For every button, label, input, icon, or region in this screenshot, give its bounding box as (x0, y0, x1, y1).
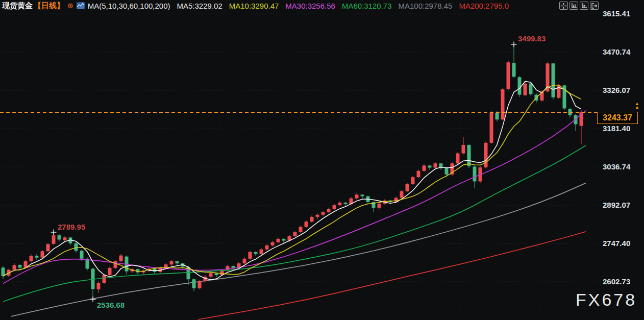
current-price-value: 3243.37 (603, 113, 632, 122)
price-annotation: 3499.83 (518, 34, 546, 43)
price-up-arrows-icon: ▲▲ (635, 102, 639, 109)
ma-legend-item: MA200:2795.0 (459, 2, 509, 10)
period-label[interactable]: 【日线】 (34, 1, 64, 11)
ma-legend-item: MA10:3290.47 (229, 2, 279, 10)
price-tick-label: 3615.41 (603, 9, 630, 18)
crosshair-icon[interactable] (559, 2, 568, 10)
price-tick-label: 3470.74 (603, 47, 630, 56)
price-tick-label: 2602.73 (603, 277, 630, 286)
ma-legend-item: MA30:3256.56 (285, 2, 335, 10)
price-annotation: 2789.95 (58, 223, 85, 231)
exit-chart-icon[interactable] (590, 2, 599, 10)
axis-play-icon[interactable] (580, 2, 588, 10)
chart-toolbar (559, 2, 599, 10)
ma-group-label: MA(5,10,30,60,100,200) (88, 2, 170, 10)
chart-app: 现货黄金 【日线】 ⊕ MA(5,10,30,60,100,200) MA5:3… (0, 0, 644, 320)
plus-circle-icon[interactable]: ⊕ (67, 2, 73, 10)
price-annotation: 2536.68 (97, 301, 125, 309)
ma-legend-item: MA100:2978.45 (398, 2, 452, 10)
candlestick-chart[interactable] (0, 0, 644, 320)
price-tick-label: 2747.40 (603, 239, 630, 248)
chart-header: 现货黄金 【日线】 ⊕ MA(5,10,30,60,100,200) MA5:3… (0, 0, 509, 11)
current-price-label: 3243.37 (597, 112, 638, 124)
price-tick-label: 2892.07 (603, 201, 630, 209)
ma-legend: MA5:3229.02MA10:3290.47MA30:3256.56MA60:… (170, 2, 509, 10)
symbol-title: 现货黄金 (2, 1, 33, 11)
ma-legend-item: MA60:3120.73 (342, 2, 392, 10)
axis-bars-icon[interactable] (569, 2, 578, 10)
price-tick-label: 3036.74 (603, 162, 630, 171)
chart-thumbnail-icon[interactable] (77, 2, 85, 9)
watermark: FX678 (576, 290, 637, 310)
price-tick-label: 3326.07 (603, 86, 630, 94)
price-tick-label: 3181.40 (603, 124, 630, 133)
ma-legend-item: MA5:3229.02 (177, 2, 222, 10)
